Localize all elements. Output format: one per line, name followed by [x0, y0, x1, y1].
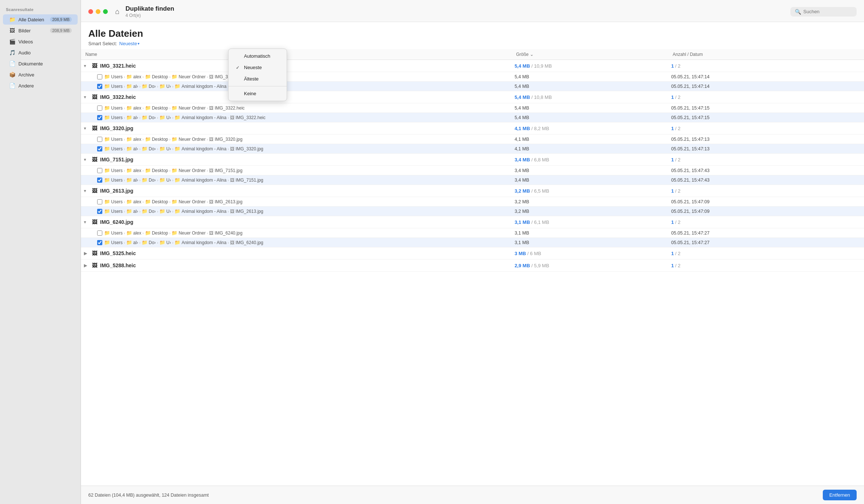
folder-icon: 📁: [145, 199, 151, 204]
file-date: 05.05.21, 15:47:13: [668, 144, 864, 154]
table-row[interactable]: ▶ 🖼 IMG_5288.heic 2,9 MB / 5,9 MB1 / 2: [81, 260, 864, 272]
group-filename: IMG_2613.jpg: [100, 188, 133, 194]
file-icon: 🖼: [230, 178, 234, 183]
minimize-button[interactable]: [96, 9, 100, 14]
sidebar-item-audio[interactable]: 🎵 Audio: [3, 47, 78, 58]
path-segment: Desktop: [152, 137, 168, 142]
path-separator: ›: [157, 209, 158, 214]
folder-icon: 📁: [104, 115, 110, 120]
expand-icon[interactable]: ▾: [84, 64, 89, 68]
file-size: 5,4 MB: [511, 72, 668, 82]
sidebar-item-all-files[interactable]: 📁 Alle Dateien 208,9 MB: [3, 14, 78, 25]
audio-icon: 🎵: [9, 50, 15, 56]
table-row[interactable]: ▾ 🖼 IMG_2613.jpg 3,2 MB / 6,5 MB1 / 2: [81, 185, 864, 197]
file-name: IMG_2613.jpg: [215, 199, 242, 204]
file-name: IMG_6240.jpg: [236, 240, 263, 245]
path-segment: Desktop: [152, 199, 168, 204]
table-row[interactable]: ▾ 🖼 IMG_3321.heic 5,4 MB / 10,9 MB1 / 2: [81, 60, 864, 72]
file-size: 3,1 MB: [511, 228, 668, 238]
expand-icon[interactable]: ▶: [84, 263, 89, 268]
path-separator: ›: [124, 209, 125, 214]
file-checkbox[interactable]: [97, 146, 102, 151]
file-icon: 🖼: [209, 199, 213, 204]
file-checkbox[interactable]: [97, 178, 102, 183]
folder-icon: 📁: [145, 105, 151, 111]
group-count: 1 / 2: [668, 122, 864, 135]
sidebar-item-images[interactable]: 🖼 Bilder 208,9 MB: [3, 25, 78, 36]
documents-icon: 📄: [9, 61, 15, 67]
maximize-button[interactable]: [103, 9, 108, 14]
file-date: 05.05.21, 15:47:15: [668, 113, 864, 122]
dropdown-item-automatisch[interactable]: Automatisch: [229, 50, 287, 62]
check-mark: [236, 54, 241, 59]
file-checkbox[interactable]: [97, 199, 102, 204]
file-checkbox[interactable]: [97, 240, 102, 245]
path-segment: Users: [111, 74, 123, 79]
path-separator: ›: [124, 75, 125, 79]
search-box[interactable]: 🔍: [790, 7, 857, 17]
dropdown-label: Automatisch: [244, 53, 270, 59]
home-icon[interactable]: ⌂: [115, 7, 120, 16]
folder-icon: 📁: [171, 168, 177, 173]
th-size[interactable]: Größe ⌄: [511, 49, 668, 60]
file-checkbox[interactable]: [97, 137, 102, 142]
table-row[interactable]: ▾ 🖼 IMG_6240.jpg 3,1 MB / 6,1 MB1 / 2: [81, 216, 864, 228]
expand-icon[interactable]: ▾: [84, 126, 89, 131]
table-row[interactable]: ▶ 🖼 IMG_5325.heic 3 MB / 6 MB1 / 2: [81, 247, 864, 260]
close-button[interactable]: [88, 9, 93, 14]
file-size: 3,1 MB: [511, 238, 668, 247]
smart-select-button[interactable]: Neueste ▾: [119, 41, 139, 46]
path-separator: ›: [169, 231, 171, 235]
table-row[interactable]: ▾ 🖼 IMG_3322.heic 5,4 MB / 10,8 MB1 / 2: [81, 91, 864, 103]
table-row: 📁Users›📁al››📁Do››📁U››📁Animal kingdom - A…: [81, 207, 864, 216]
path-separator: ›: [172, 178, 174, 182]
group-size: 3,4 MB / 6,8 MB: [511, 154, 668, 166]
folder-icon: 📁: [126, 115, 132, 120]
dropdown-item-keine[interactable]: Keine: [229, 88, 287, 99]
path-separator: ›: [169, 106, 171, 110]
path-separator: ›: [169, 137, 171, 142]
dropdown-item-neueste[interactable]: ✓ Neueste: [229, 62, 287, 73]
file-checkbox[interactable]: [97, 84, 102, 89]
file-icon: 🖼: [230, 240, 234, 245]
remove-button[interactable]: Entfernen: [823, 490, 857, 500]
file-checkbox[interactable]: [97, 230, 102, 236]
file-name: IMG_2613.jpg: [236, 209, 263, 214]
folder-icon: 📁: [104, 208, 110, 214]
file-checkbox[interactable]: [97, 115, 102, 120]
sidebar-item-other[interactable]: 📄 Andere: [3, 81, 78, 91]
expand-icon[interactable]: ▾: [84, 220, 89, 225]
path-segment: alex: [133, 106, 141, 111]
path-separator: ›: [124, 147, 125, 151]
folder-icon: 📁: [159, 146, 165, 151]
search-input[interactable]: [803, 9, 851, 14]
sidebar-item-archive[interactable]: 📦 Archive: [3, 69, 78, 80]
file-checkbox[interactable]: [97, 106, 102, 111]
file-checkbox[interactable]: [97, 168, 102, 173]
file-name: IMG_6240.jpg: [215, 230, 242, 236]
file-date: 05.05.21, 15:47:09: [668, 197, 864, 207]
path-separator: ›: [172, 147, 174, 151]
path-segment: al›: [133, 115, 138, 120]
page-title: Alle Dateien: [88, 28, 857, 39]
path-segment: Neuer Ordner: [178, 74, 205, 79]
dropdown-item-aelteste[interactable]: Älteste: [229, 73, 287, 85]
status-summary: 62 Dateien (104,4 MB) ausgewählt, 124 Da…: [88, 493, 209, 498]
expand-icon[interactable]: ▾: [84, 157, 89, 162]
expand-icon[interactable]: ▾: [84, 189, 89, 193]
file-checkbox[interactable]: [97, 74, 102, 79]
path-separator: ›: [142, 231, 144, 235]
expand-icon[interactable]: ▶: [84, 251, 89, 256]
group-count: 1 / 2: [668, 247, 864, 260]
file-checkbox[interactable]: [97, 209, 102, 214]
path-separator: ›: [142, 200, 144, 204]
sidebar-item-videos[interactable]: 🎬 Videos: [3, 36, 78, 47]
path-segment: U›: [166, 146, 171, 151]
folder-icon: 📁: [174, 115, 180, 120]
folder-icon: 📁: [142, 240, 148, 245]
sidebar-item-documents[interactable]: 📄 Dokumente: [3, 58, 78, 69]
table-row[interactable]: ▾ 🖼 IMG_3320.jpg 4,1 MB / 8,2 MB1 / 2: [81, 122, 864, 135]
table-row[interactable]: ▾ 🖼 IMG_7151.jpg 3,4 MB / 6,8 MB1 / 2: [81, 154, 864, 166]
path-separator: ›: [124, 231, 125, 235]
expand-icon[interactable]: ▾: [84, 95, 89, 100]
